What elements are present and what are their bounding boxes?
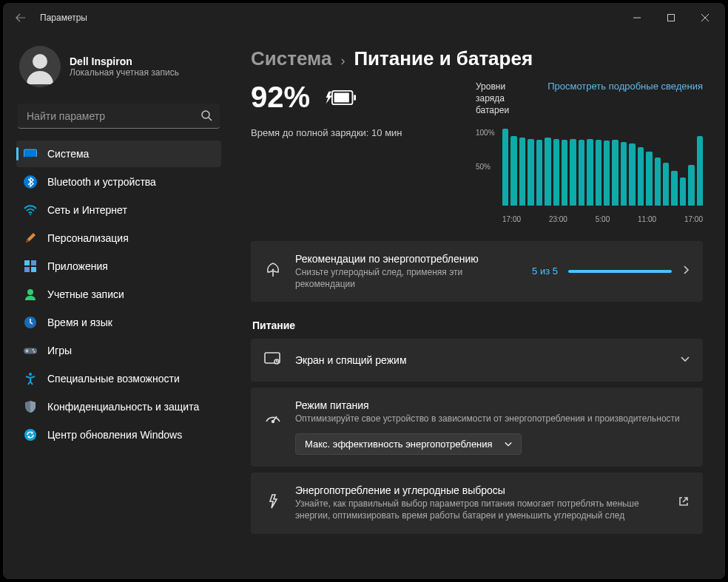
sidebar: Dell Inspiron Локальная учетная запись С… bbox=[3, 33, 229, 579]
leaf-icon bbox=[264, 261, 282, 282]
carbon-card[interactable]: Энергопотребление и углеродные выбросы У… bbox=[251, 473, 703, 533]
svg-point-15 bbox=[33, 349, 34, 351]
energy-recommendations-card[interactable]: Рекомендации по энергопотреблению Снизьт… bbox=[251, 241, 703, 302]
user-name: Dell Inspiron bbox=[70, 55, 179, 67]
sidebar-item-label: Центр обновления Windows bbox=[47, 429, 182, 441]
sidebar-item-network[interactable]: Сеть и Интернет bbox=[16, 197, 221, 223]
chevron-right-icon bbox=[682, 265, 690, 277]
chart-bars bbox=[502, 129, 703, 206]
card-sub: Оптимизируйте свое устройство в зависимо… bbox=[295, 413, 690, 424]
svg-point-12 bbox=[27, 289, 33, 295]
card-title: Энергопотребление и углеродные выбросы bbox=[295, 484, 664, 496]
close-button[interactable] bbox=[688, 3, 722, 33]
brush-icon bbox=[24, 231, 37, 245]
sidebar-item-label: Bluetooth и устройства bbox=[47, 176, 156, 188]
sidebar-item-accessibility[interactable]: Специальные возможности bbox=[16, 365, 221, 392]
chart-bar bbox=[510, 136, 516, 206]
chart-bar bbox=[553, 139, 559, 205]
sidebar-item-time[interactable]: Время и язык bbox=[16, 309, 221, 336]
search-icon bbox=[200, 109, 212, 124]
chart-bar bbox=[579, 140, 584, 205]
breadcrumb-parent[interactable]: Система bbox=[251, 47, 331, 70]
sidebar-item-label: Персонализация bbox=[47, 232, 129, 244]
chart-y-axis: 100% 50% bbox=[476, 129, 499, 206]
svg-rect-10 bbox=[24, 267, 30, 272]
chart-bar bbox=[587, 139, 593, 205]
power-mode-dropdown[interactable]: Макс. эффективность энергопотребления bbox=[295, 433, 522, 455]
battery-summary: 92% Время до полной зарядки: 10 мин bbox=[251, 81, 458, 138]
battery-chart: Уровни заряда батареи Просмотреть подроб… bbox=[476, 81, 703, 223]
sidebar-item-label: Время и язык bbox=[47, 317, 112, 328]
chart-details-link[interactable]: Просмотреть подробные сведения bbox=[547, 81, 703, 92]
sidebar-item-label: Специальные возможности bbox=[47, 373, 180, 385]
shield-icon bbox=[24, 400, 37, 413]
chevron-right-icon: › bbox=[340, 53, 345, 69]
chart-bar bbox=[638, 147, 644, 206]
sidebar-item-system[interactable]: Система bbox=[16, 141, 221, 167]
chevron-down-icon bbox=[505, 439, 512, 450]
sidebar-item-apps[interactable]: Приложения bbox=[16, 253, 221, 280]
gamepad-icon bbox=[24, 344, 37, 357]
svg-point-2 bbox=[33, 54, 47, 69]
chart-bar bbox=[671, 171, 677, 206]
chart-bar bbox=[680, 177, 686, 205]
maximize-button[interactable] bbox=[654, 3, 688, 33]
sidebar-item-label: Сеть и Интернет bbox=[47, 204, 127, 216]
charge-info: Время до полной зарядки: 10 мин bbox=[251, 127, 458, 138]
screen-sleep-card[interactable]: Экран и спящий режим bbox=[251, 339, 703, 382]
svg-rect-21 bbox=[334, 92, 349, 102]
card-sub: Узнайте, как правильный выбор параметров… bbox=[295, 498, 664, 521]
nav: Система Bluetooth и устройства Сеть и Ин… bbox=[16, 141, 221, 448]
card-title: Режим питания bbox=[295, 399, 690, 411]
settings-window: Параметры Dell Inspiron Локальная учетна… bbox=[3, 3, 725, 579]
sidebar-item-update[interactable]: Центр обновления Windows bbox=[16, 422, 221, 448]
person-icon bbox=[24, 288, 37, 301]
window-title: Параметры bbox=[40, 13, 87, 23]
sidebar-item-gaming[interactable]: Игры bbox=[16, 337, 221, 364]
sidebar-item-label: Конфиденциальность и защита bbox=[47, 401, 199, 413]
main-content: Система › Питание и батарея 92% Время до… bbox=[229, 33, 725, 579]
battery-percent: 92% bbox=[251, 81, 310, 114]
dropdown-value: Макс. эффективность энергопотребления bbox=[305, 439, 493, 450]
svg-rect-9 bbox=[31, 260, 36, 265]
svg-rect-8 bbox=[24, 260, 30, 265]
minimize-button[interactable] bbox=[620, 3, 654, 33]
bluetooth-icon bbox=[24, 175, 37, 189]
apps-icon bbox=[24, 260, 37, 273]
battery-charging-icon bbox=[323, 88, 356, 107]
chart-bar bbox=[562, 140, 567, 205]
sidebar-item-personalization[interactable]: Персонализация bbox=[16, 225, 221, 251]
clock-icon bbox=[24, 316, 37, 329]
search-box[interactable] bbox=[18, 104, 220, 129]
chart-bar bbox=[502, 129, 508, 206]
chevron-down-icon bbox=[681, 355, 690, 365]
chart-bar bbox=[646, 152, 652, 206]
sidebar-item-accounts[interactable]: Учетные записи bbox=[16, 281, 221, 308]
svg-point-24 bbox=[272, 421, 274, 423]
user-block[interactable]: Dell Inspiron Локальная учетная запись bbox=[16, 41, 221, 98]
chart-bar bbox=[545, 138, 550, 206]
svg-rect-0 bbox=[668, 15, 675, 21]
card-title: Экран и спящий режим bbox=[295, 354, 667, 366]
titlebar: Параметры bbox=[3, 3, 725, 33]
back-button[interactable] bbox=[6, 3, 36, 33]
chart-bar bbox=[663, 163, 669, 205]
chart-bar bbox=[519, 138, 525, 206]
search-input[interactable] bbox=[18, 104, 220, 129]
power-mode-card: Режим питания Оптимизируйте свое устройс… bbox=[251, 388, 703, 467]
system-icon bbox=[24, 147, 37, 160]
svg-rect-20 bbox=[354, 95, 356, 100]
svg-point-17 bbox=[29, 373, 32, 376]
svg-point-18 bbox=[24, 429, 36, 441]
gauge-icon bbox=[264, 410, 282, 427]
chart-bar bbox=[570, 139, 576, 205]
chart-bar bbox=[655, 158, 661, 205]
screen-icon bbox=[264, 351, 282, 370]
sidebar-item-privacy[interactable]: Конфиденциальность и защита bbox=[16, 393, 221, 420]
sidebar-item-label: Система bbox=[47, 148, 89, 160]
sidebar-item-label: Игры bbox=[47, 345, 72, 356]
chart-bar bbox=[596, 140, 601, 205]
svg-point-16 bbox=[33, 351, 35, 353]
sidebar-item-bluetooth[interactable]: Bluetooth и устройства bbox=[16, 169, 221, 195]
breadcrumb: Система › Питание и батарея bbox=[251, 47, 703, 70]
